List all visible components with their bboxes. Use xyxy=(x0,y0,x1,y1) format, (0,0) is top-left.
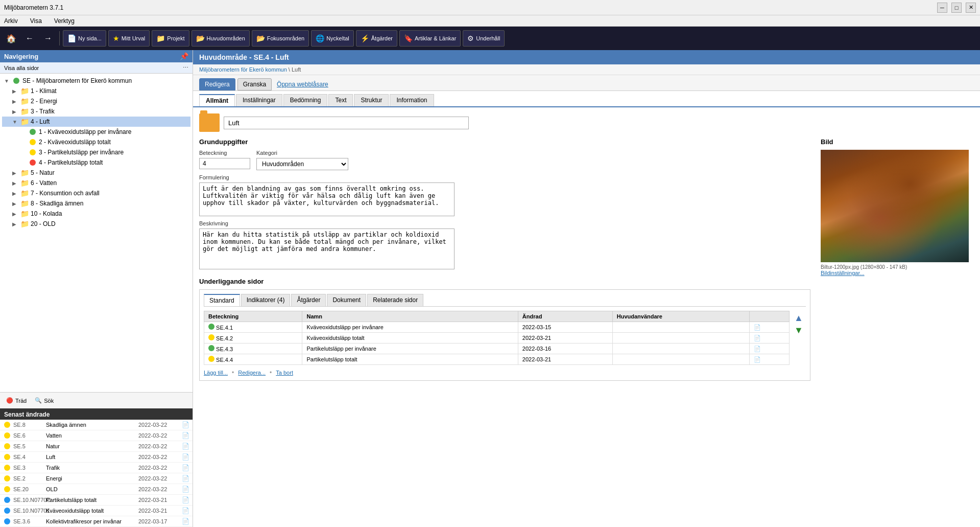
nav-options-icon[interactable]: ⋯ xyxy=(183,64,188,71)
cell-beteckning-se42: SE.4.2 xyxy=(204,333,302,343)
atgarder-button[interactable]: ⚡ Åtgärder xyxy=(356,30,397,47)
maximize-button[interactable]: □ xyxy=(951,3,962,13)
table-row-se43[interactable]: SE.4.3 Partikelutsläpp per invånare 2022… xyxy=(204,343,790,354)
nav-pin-icon[interactable]: 📌 xyxy=(180,52,188,60)
tab-allmant[interactable]: Allmänt xyxy=(199,94,235,106)
mitt-urval-button[interactable]: ★ Mitt Urval xyxy=(108,30,150,47)
expand-10[interactable]: ▶ xyxy=(12,211,18,217)
minimize-button[interactable]: ─ xyxy=(937,3,947,13)
tree-item-4[interactable]: ▼ 📁 4 - Luft xyxy=(2,117,190,127)
table-row-se42[interactable]: SE.4.2 Kväveoxidutsläpp totalt 2022-03-2… xyxy=(204,333,790,343)
dot-icon-n07701 xyxy=(3,507,11,515)
underhall-button[interactable]: ⚙ Underhåll xyxy=(463,30,505,47)
kategori-select[interactable]: Huvudområden Fokusområden Nyckeltal xyxy=(256,158,348,170)
tree-item-10[interactable]: ▶ 📁 10 - Kolada xyxy=(2,209,190,219)
sub-tab-relaterade[interactable]: Relaterade sidor xyxy=(367,294,423,306)
tree-item-1[interactable]: ▶ 📁 1 - Klimat xyxy=(2,86,190,96)
recent-row-se3[interactable]: SE.3 Trafik 2022-03-22 📄 xyxy=(0,463,193,473)
breadcrumb-link[interactable]: Miljöbarometern för Ekerö kommun xyxy=(199,66,287,73)
back-button[interactable]: ← xyxy=(21,30,38,47)
tab-information[interactable]: Information xyxy=(390,94,434,106)
recent-row-se36[interactable]: SE.3.6 Kollektivtrafikresor per invånar … xyxy=(0,516,193,527)
action-tabs-bar: Redigera Granska Öppna webblåsare xyxy=(193,75,980,91)
oppna-link[interactable]: Öppna webblåsare xyxy=(274,79,331,90)
right-panel: Huvudområde - SE.4 - Luft Miljöbarometer… xyxy=(193,50,980,527)
tree-item-20[interactable]: ▶ 📁 20 - OLD xyxy=(2,219,190,229)
tab-installningar[interactable]: Inställningar xyxy=(236,94,282,106)
table-row-se44[interactable]: SE.4.4 Partikelutsläpp totalt 2022-03-21… xyxy=(204,354,790,365)
tree-item-4-4[interactable]: ▶ 4 - Partikelutsläpp totalt xyxy=(2,157,190,168)
expand-20[interactable]: ▶ xyxy=(12,221,18,227)
expand-5[interactable]: ▶ xyxy=(12,170,18,176)
expand-8[interactable]: ▶ xyxy=(12,201,18,207)
tree-item-6[interactable]: ▶ 📁 6 - Vatten xyxy=(2,178,190,188)
sub-tab-dokument[interactable]: Dokument xyxy=(327,294,366,306)
expand-se[interactable]: ▼ xyxy=(4,78,10,84)
expand-2[interactable]: ▶ xyxy=(12,99,18,104)
expand-7[interactable]: ▶ xyxy=(12,191,18,196)
sok-button[interactable]: 🔍 Sök xyxy=(33,396,56,405)
dot-icon-se8 xyxy=(3,421,11,429)
expand-1[interactable]: ▶ xyxy=(12,88,18,94)
recent-row-se8[interactable]: SE.8 Skadliga ämnen 2022-03-22 📄 xyxy=(0,420,193,430)
tree-item-7[interactable]: ▶ 📁 7 - Konsumtion och avfall xyxy=(2,188,190,198)
sub-tab-indikatorer[interactable]: Indikatorer (4) xyxy=(241,294,291,306)
projekt-button[interactable]: 📁 Projekt xyxy=(152,30,189,47)
expand-6[interactable]: ▶ xyxy=(12,180,18,186)
recent-name-se5: Natur xyxy=(46,443,136,449)
tree-area[interactable]: ▼ SE - Miljöbarometern för Ekerö kommun … xyxy=(0,74,193,392)
recent-row-se5[interactable]: SE.5 Natur 2022-03-22 📄 xyxy=(0,441,193,452)
ny-sida-button[interactable]: 📄 Ny sida... xyxy=(63,30,106,47)
home-nav-button[interactable]: 🏠 xyxy=(3,30,19,47)
cell-doc-se41: 📄 xyxy=(749,322,789,333)
tree-item-4-2[interactable]: ▶ 2 - Kväveoxidutsläpp totalt xyxy=(2,137,190,147)
recent-row-n07701[interactable]: SE.10.N07701 Kväveoxidutsläpp totalt 202… xyxy=(0,506,193,516)
ta-bort-button[interactable]: Ta bort xyxy=(276,370,293,376)
recent-row-se2[interactable]: SE.2 Energi 2022-03-22 📄 xyxy=(0,473,193,484)
tree-label-1: 1 - Klimat xyxy=(31,87,57,95)
tree-item-4-3[interactable]: ▶ 3 - Partikelutsläpp per invånare xyxy=(2,147,190,157)
recent-row-se20[interactable]: SE.20 OLD 2022-03-22 📄 xyxy=(0,484,193,495)
close-button[interactable]: ✕ xyxy=(966,3,976,13)
lagg-till-button[interactable]: Lägg till... xyxy=(204,370,228,376)
formulering-textarea[interactable]: Luft är den blandning av gas som finns ö… xyxy=(199,182,455,216)
tree-item-2[interactable]: ▶ 📁 2 - Energi xyxy=(2,96,190,106)
recent-row-se4[interactable]: SE.4 Luft 2022-03-22 📄 xyxy=(0,452,193,463)
expand-4[interactable]: ▼ xyxy=(12,119,18,125)
recent-row-se6[interactable]: SE.6 Vatten 2022-03-22 📄 xyxy=(0,430,193,441)
tree-item-se[interactable]: ▼ SE - Miljöbarometern för Ekerö kommun xyxy=(2,76,190,86)
tab-bedomning[interactable]: Bedömning xyxy=(283,94,328,106)
tab-text[interactable]: Text xyxy=(328,94,353,106)
huvudomraden-button[interactable]: 📂 Huvudområden xyxy=(192,30,250,47)
menu-verktyg[interactable]: Verktyg xyxy=(52,16,77,26)
menu-visa[interactable]: Visa xyxy=(28,16,44,26)
tab-struktur[interactable]: Struktur xyxy=(354,94,389,106)
beteckning-input[interactable] xyxy=(199,158,250,169)
redigera-row-button[interactable]: Redigera... xyxy=(238,370,266,376)
page-name-input[interactable] xyxy=(224,117,469,129)
artiklar-button[interactable]: 🔖 Artiklar & Länkar xyxy=(399,30,461,47)
forward-button[interactable]: → xyxy=(40,30,56,47)
nyckeltal-button[interactable]: 🌐 Nyckeltal xyxy=(311,30,354,47)
bildinstellningar-link[interactable]: Bildinställningar... xyxy=(821,270,974,276)
recent-row-n0770c[interactable]: SE.10.N0770C Partikelutsläpp totalt 2022… xyxy=(0,495,193,506)
leaf-icon-4-1 xyxy=(29,128,37,136)
cell-andrad-se41: 2022-03-15 xyxy=(518,322,612,333)
trad-button[interactable]: 🔴 Träd xyxy=(4,396,29,405)
granska-tab[interactable]: Granska xyxy=(237,78,272,90)
fokusomraden-button[interactable]: 📂 Fokusområden xyxy=(252,30,309,47)
tree-item-5[interactable]: ▶ 📁 5 - Natur xyxy=(2,168,190,178)
sub-tab-atgarder[interactable]: Åtgärder xyxy=(291,294,326,306)
tree-item-3[interactable]: ▶ 📁 3 - Trafik xyxy=(2,106,190,117)
redigera-tab[interactable]: Redigera xyxy=(199,78,235,90)
move-up-button[interactable]: ▲ xyxy=(794,313,804,323)
beteckning-se42: SE.4.2 xyxy=(216,335,233,341)
menu-arkiv[interactable]: Arkiv xyxy=(2,16,20,26)
tree-item-8[interactable]: ▶ 📁 8 - Skadliga ämnen xyxy=(2,198,190,209)
tree-item-4-1[interactable]: ▶ 1 - Kväveoxidutsläpp per invånare xyxy=(2,127,190,137)
move-down-button[interactable]: ▼ xyxy=(794,325,804,335)
beskrivning-textarea[interactable]: Här kan du hitta statistik på utsläpp av… xyxy=(199,228,455,269)
table-row-se41[interactable]: SE.4.1 Kväveoxidutsläpp per invånare 202… xyxy=(204,322,790,333)
sub-tab-standard[interactable]: Standard xyxy=(204,294,240,306)
expand-3[interactable]: ▶ xyxy=(12,109,18,114)
